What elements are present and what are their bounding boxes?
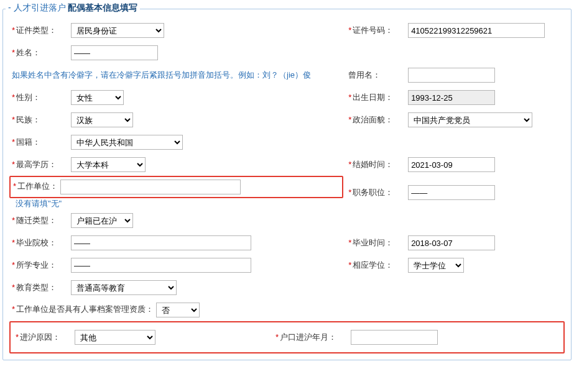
marry-time-input[interactable] — [408, 157, 495, 172]
req-star: * — [13, 181, 16, 191]
legend: - 人才引进落户 配偶基本信息填写 — [6, 2, 140, 14]
legend-link: 人才引进落户 — [14, 2, 66, 12]
req-star: * — [348, 238, 351, 247]
cert-no-input[interactable] — [408, 23, 545, 38]
work-unit-redbox: *工作单位： — [9, 176, 343, 198]
req-star: * — [348, 160, 351, 169]
req-star: * — [12, 216, 15, 225]
migrate-type-select[interactable]: 户籍已在沪 — [71, 213, 133, 228]
label-birth: 出生日期： — [353, 93, 393, 102]
label-edu-highest: 最高学历： — [16, 160, 57, 169]
label-former-name: 曾用名： — [348, 70, 381, 80]
req-star: * — [12, 160, 15, 169]
former-name-input[interactable] — [408, 68, 495, 83]
label-gender: 性别： — [16, 93, 40, 102]
degree-select[interactable]: 学士学位 — [408, 258, 464, 273]
label-nationality: 国籍： — [16, 137, 40, 147]
req-star: * — [12, 283, 15, 292]
archive-qual-select[interactable]: 否 — [156, 303, 200, 317]
enter-year-input[interactable] — [351, 330, 438, 345]
req-star: * — [12, 115, 15, 124]
label-grad-time: 毕业时间： — [353, 238, 393, 247]
req-star: * — [12, 238, 15, 247]
enter-reason-select[interactable]: 其他 — [75, 330, 155, 345]
req-star: * — [348, 93, 351, 102]
req-star: * — [348, 25, 351, 35]
label-migrate-type: 随迁类型： — [16, 216, 57, 225]
label-degree: 相应学位： — [353, 260, 393, 270]
name-hint: 如果姓名中含有冷僻字，请在冷僻字后紧跟括号加拼音加括号。例如：刘？（jie）俊 — [12, 69, 341, 81]
label-archive-qual: 工作单位是否具有人事档案管理资质： — [16, 304, 154, 314]
label-position: 职务职位： — [353, 188, 393, 197]
req-star: * — [12, 304, 15, 314]
work-unit-input[interactable] — [60, 180, 241, 194]
label-work-unit: 工作单位： — [17, 181, 58, 191]
label-nation: 民族： — [16, 115, 40, 124]
req-star: * — [16, 332, 19, 342]
legend-dash: - — [8, 2, 11, 12]
label-name: 姓名： — [16, 48, 40, 57]
req-star: * — [12, 137, 15, 147]
label-cert-type: 证件类型： — [16, 25, 57, 35]
position-input[interactable] — [408, 185, 495, 200]
name-input[interactable] — [71, 45, 158, 60]
req-star: * — [275, 332, 279, 342]
legend-title: 配偶基本信息填写 — [68, 2, 137, 12]
birth-input[interactable] — [408, 90, 495, 105]
label-major: 所学专业： — [16, 260, 57, 270]
req-star: * — [12, 260, 15, 270]
grad-time-input[interactable] — [408, 235, 495, 250]
label-grad-school: 毕业院校： — [16, 238, 57, 247]
label-edu-type: 教育类型： — [16, 283, 57, 292]
major-input[interactable] — [71, 258, 251, 273]
req-star: * — [348, 260, 351, 270]
req-star: * — [348, 188, 351, 197]
cert-type-select[interactable]: 居民身份证 — [71, 23, 164, 38]
req-star: * — [12, 48, 15, 57]
nation-select[interactable]: 汉族 — [71, 112, 133, 127]
spouse-info-fieldset: - 人才引进落户 配偶基本信息填写 *证件类型： 居民身份证 *证件号码： *姓… — [2, 9, 572, 360]
work-unit-hint: 没有请填"无" — [9, 198, 343, 209]
grad-school-input[interactable] — [71, 235, 251, 250]
nationality-select[interactable]: 中华人民共和国 — [71, 135, 183, 150]
label-enter-reason: 进沪原因： — [20, 332, 60, 342]
party-select[interactable]: 中国共产党党员 — [408, 112, 532, 127]
label-enter-year: 户口进沪年月： — [280, 332, 336, 342]
label-marry-time: 结婚时间： — [353, 160, 393, 169]
edu-type-select[interactable]: 普通高等教育 — [71, 280, 177, 295]
enter-sh-redbox: *进沪原因： 其他 *户口进沪年月： — [9, 321, 565, 353]
edu-highest-select[interactable]: 大学本科 — [71, 157, 146, 172]
req-star: * — [12, 25, 15, 35]
label-cert-no: 证件号码： — [353, 25, 393, 35]
gender-select[interactable]: 女性 — [71, 90, 124, 105]
label-party: 政治面貌： — [353, 115, 393, 124]
req-star: * — [12, 93, 15, 102]
req-star: * — [348, 115, 351, 124]
